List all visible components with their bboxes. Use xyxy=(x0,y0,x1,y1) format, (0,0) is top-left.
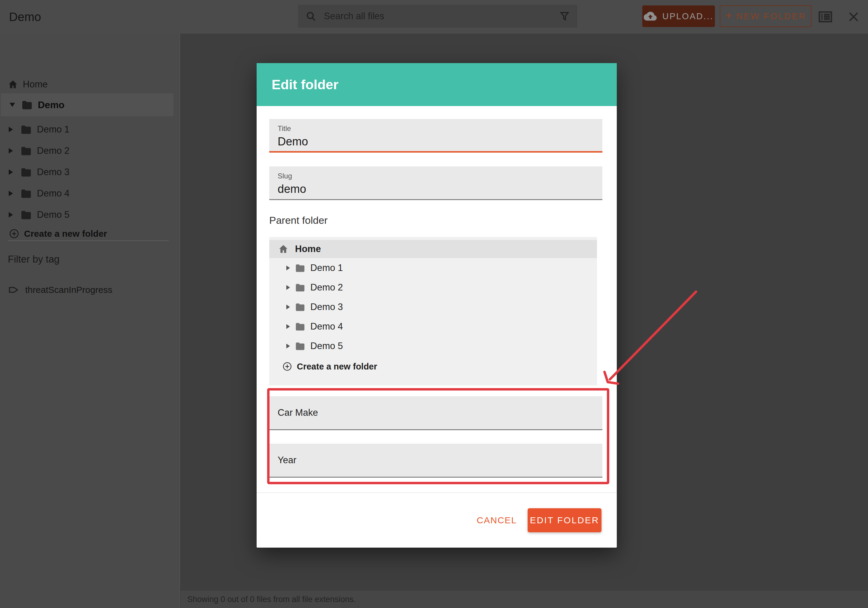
modal-header: Edit folder xyxy=(257,63,617,106)
folder-icon xyxy=(20,166,32,178)
modal-body: Title Demo Slug demo Parent folder Home xyxy=(257,119,617,547)
sidebar-folder-label: Demo 4 xyxy=(37,188,70,199)
search-input[interactable] xyxy=(324,11,559,22)
status-bar: Showing 0 out of 0 files from all file e… xyxy=(181,591,868,608)
year-field[interactable]: Year xyxy=(269,444,602,477)
current-folder-title: Demo xyxy=(9,0,41,34)
tree-item-home[interactable]: Home xyxy=(269,240,597,258)
caret-right-icon[interactable] xyxy=(286,324,290,329)
folder-icon xyxy=(20,145,32,157)
top-bar: Demo UPLOAD... + NEW FOLDER xyxy=(0,0,868,34)
parent-folder-tree: Home Demo 1 Demo 2 xyxy=(269,237,597,386)
caret-right-icon[interactable] xyxy=(9,169,13,175)
caret-down-icon[interactable] xyxy=(9,103,15,107)
close-icon xyxy=(848,11,859,22)
caret-right-icon[interactable] xyxy=(286,266,290,271)
tree-folder-label: Demo 4 xyxy=(310,321,343,332)
sidebar-item-folder[interactable]: Demo 3 xyxy=(9,165,70,180)
folder-icon xyxy=(20,123,32,135)
sidebar-item-folder[interactable]: Demo 1 xyxy=(9,122,70,137)
sidebar-item-folder[interactable]: Demo 5 xyxy=(9,207,70,222)
home-icon xyxy=(278,244,288,254)
cancel-button[interactable]: CANCEL xyxy=(477,515,517,526)
sidebar-folder-label: Demo 1 xyxy=(37,124,70,135)
tree-item-folder[interactable]: Demo 1 xyxy=(269,258,597,278)
sidebar-item-folder-selected[interactable]: Demo xyxy=(1,93,174,116)
sidebar-divider xyxy=(8,240,169,241)
home-icon xyxy=(8,79,18,90)
list-view-button[interactable] xyxy=(818,11,832,24)
modal-title: Edit folder xyxy=(271,77,339,93)
list-view-icon xyxy=(818,11,832,23)
upload-cloud-icon xyxy=(644,9,657,23)
folder-icon xyxy=(20,187,32,199)
sidebar-item-folder[interactable]: Demo 2 xyxy=(9,143,70,158)
sidebar-tag-label: threatScanInProgress xyxy=(25,285,112,295)
folder-icon xyxy=(295,321,305,332)
close-button[interactable] xyxy=(848,11,859,23)
folder-icon xyxy=(295,341,305,351)
tree-item-folder[interactable]: Demo 3 xyxy=(269,297,597,317)
search-icon xyxy=(305,11,317,22)
sidebar-create-folder-label: Create a new folder xyxy=(24,229,107,239)
folder-icon xyxy=(295,263,305,274)
year-field-label: Year xyxy=(277,455,296,466)
tree-item-folder[interactable]: Demo 5 xyxy=(269,336,597,356)
filter-icon[interactable] xyxy=(559,11,570,22)
title-field-label: Title xyxy=(277,124,594,133)
plus-circle-icon xyxy=(282,362,292,371)
sidebar-folder-label: Demo xyxy=(38,100,65,110)
sidebar-create-folder[interactable]: Create a new folder xyxy=(9,227,107,241)
tree-folder-label: Demo 1 xyxy=(310,263,343,274)
search-bar[interactable] xyxy=(298,5,577,28)
upload-label: UPLOAD... xyxy=(662,11,713,21)
parent-folder-heading: Parent folder xyxy=(269,215,602,226)
tree-item-folder[interactable]: Demo 4 xyxy=(269,317,597,336)
status-text: Showing 0 out of 0 files from all file e… xyxy=(187,595,356,604)
caret-right-icon[interactable] xyxy=(9,191,13,196)
tree-home-label: Home xyxy=(295,244,321,254)
tree-create-folder[interactable]: Create a new folder xyxy=(269,358,597,375)
tag-icon xyxy=(8,284,19,295)
title-field-value[interactable]: Demo xyxy=(277,135,594,148)
tree-folder-label: Demo 5 xyxy=(310,341,343,351)
plus-circle-icon xyxy=(9,229,19,239)
edit-folder-modal: Edit folder Title Demo Slug demo Parent … xyxy=(257,63,617,547)
car-make-field[interactable]: Car Make xyxy=(269,396,602,430)
sidebar-folder-label: Demo 5 xyxy=(37,209,70,220)
modal-footer: CANCEL EDIT FOLDER xyxy=(269,493,602,547)
folder-icon xyxy=(295,302,305,313)
plus-icon: + xyxy=(725,9,732,22)
slug-field[interactable]: Slug demo xyxy=(269,166,602,200)
media-manager-app: Demo UPLOAD... + NEW FOLDER xyxy=(0,0,868,608)
slug-field-label: Slug xyxy=(277,172,594,180)
folder-sidebar: Home Demo Demo 1 Demo 2 xyxy=(0,34,180,608)
slug-field-value[interactable]: demo xyxy=(277,183,594,196)
tree-folder-label: Demo 2 xyxy=(310,282,343,293)
tree-create-folder-label: Create a new folder xyxy=(297,362,377,372)
caret-right-icon[interactable] xyxy=(286,285,290,290)
car-make-field-label: Car Make xyxy=(277,407,318,418)
sidebar-folder-label: Demo 3 xyxy=(37,167,70,177)
sidebar-folder-label: Demo 2 xyxy=(37,145,70,156)
caret-right-icon[interactable] xyxy=(286,344,290,348)
sidebar-home-label: Home xyxy=(23,79,48,90)
folder-icon xyxy=(295,282,305,293)
edit-folder-submit-button[interactable]: EDIT FOLDER xyxy=(528,508,601,532)
caret-right-icon[interactable] xyxy=(9,212,13,218)
folder-icon xyxy=(20,209,32,221)
filter-by-tag-heading: Filter by tag xyxy=(8,253,59,265)
sidebar-item-folder[interactable]: Demo 4 xyxy=(9,186,70,201)
caret-right-icon[interactable] xyxy=(9,148,13,154)
tree-item-folder[interactable]: Demo 2 xyxy=(269,278,597,297)
upload-button[interactable]: UPLOAD... xyxy=(642,5,715,27)
caret-right-icon[interactable] xyxy=(9,127,13,132)
tree-folder-label: Demo 3 xyxy=(310,302,343,313)
new-folder-label: NEW FOLDER xyxy=(736,11,806,21)
caret-right-icon[interactable] xyxy=(286,305,290,309)
new-folder-button[interactable]: + NEW FOLDER xyxy=(720,5,812,27)
sidebar-item-home[interactable]: Home xyxy=(8,78,48,91)
folder-icon xyxy=(21,99,33,111)
sidebar-tag-item[interactable]: threatScanInProgress xyxy=(8,282,112,297)
title-field[interactable]: Title Demo xyxy=(269,119,602,152)
